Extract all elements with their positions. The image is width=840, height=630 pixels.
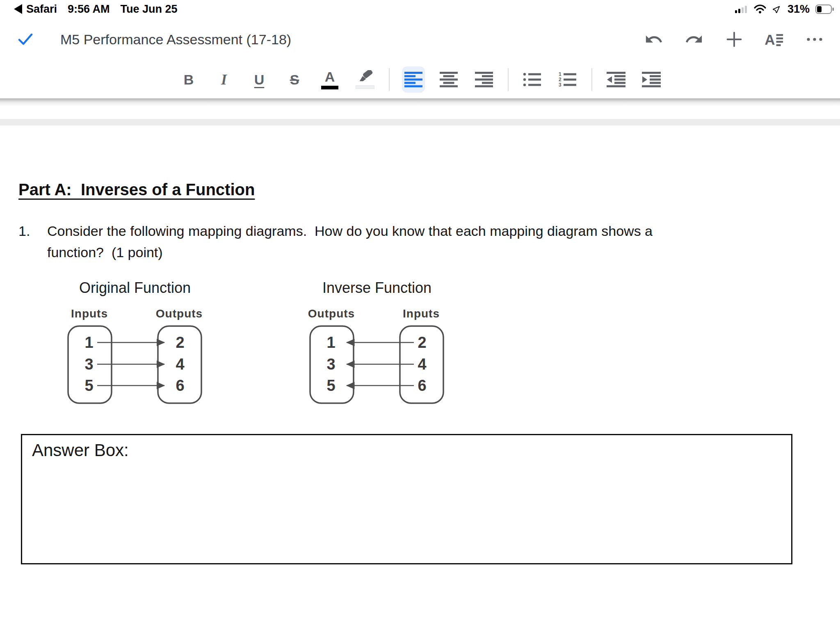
back-to-app-control[interactable]: Safari: [14, 3, 57, 16]
undo-icon: [644, 30, 663, 49]
inverse-function-diagram: Inverse Function Outputs Inputs: [309, 279, 445, 406]
align-right-icon: [475, 72, 493, 87]
svg-text:1: 1: [84, 334, 93, 351]
svg-text:2: 2: [559, 77, 562, 82]
diagram-left-label: Inputs: [71, 307, 108, 320]
more-menu-button[interactable]: [805, 30, 824, 49]
status-bar: Safari 9:56 AM Tue Jun 25: [0, 0, 840, 18]
highlighter-icon: [357, 70, 373, 84]
checkmark-icon: [18, 34, 33, 45]
strikethrough-button[interactable]: S: [283, 66, 306, 93]
strikethrough-label: S: [290, 73, 299, 87]
align-left-button[interactable]: [402, 66, 425, 93]
format-a-icon: A: [765, 30, 784, 48]
text-color-button[interactable]: A: [318, 66, 341, 93]
bulleted-list-icon: [523, 72, 542, 87]
cellular-signal-icon: [735, 5, 748, 14]
redo-icon: [685, 30, 703, 49]
diagram-left-label: Outputs: [308, 307, 355, 320]
battery-icon: [815, 5, 834, 14]
italic-label: I: [221, 72, 227, 87]
inverse-function-mapping-graphic: 1 3 5 2 4 6: [309, 324, 445, 406]
status-date: Tue Jun 25: [121, 3, 178, 16]
format-menu-button[interactable]: A: [765, 30, 784, 49]
numbered-list-button[interactable]: 1 2 3: [556, 66, 579, 93]
svg-text:5: 5: [326, 377, 335, 394]
question-text-line2: function? (1 point): [47, 242, 653, 263]
screen: Safari 9:56 AM Tue Jun 25: [0, 0, 840, 630]
question-text-line1: Consider the following mapping diagrams.…: [47, 220, 653, 242]
diagram-right-label: Inputs: [403, 307, 440, 320]
previous-page-bottom: [0, 106, 840, 119]
status-time: 9:56 AM: [68, 3, 110, 16]
svg-text:6: 6: [176, 377, 184, 394]
svg-text:4: 4: [418, 356, 426, 373]
document-title[interactable]: M5 Performance Assessment (17-18): [60, 32, 644, 48]
indent-button[interactable]: [640, 66, 663, 93]
plus-icon: [725, 30, 743, 48]
document-page[interactable]: Part A: Inverses of a Function 1. Consid…: [0, 126, 840, 630]
align-center-icon: [440, 72, 458, 87]
outdent-button[interactable]: [605, 66, 628, 93]
toolbar-divider: [508, 68, 509, 91]
highlight-color-swatch: [356, 85, 374, 89]
back-triangle-icon: [14, 4, 22, 14]
text-color-swatch: [321, 86, 338, 89]
svg-text:1: 1: [326, 334, 335, 351]
highlight-color-button[interactable]: [354, 66, 377, 93]
insert-button[interactable]: [724, 30, 744, 49]
bulleted-list-button[interactable]: [521, 66, 544, 93]
numbered-list-icon: 1 2 3: [558, 72, 577, 87]
done-button[interactable]: [18, 34, 41, 45]
mapping-diagrams: Original Function Inputs Outputs: [67, 279, 840, 406]
original-function-diagram: Original Function Inputs Outputs: [67, 279, 203, 406]
question-number: 1.: [18, 220, 47, 263]
toolbar-divider: [591, 68, 592, 91]
more-dots-icon: [806, 36, 824, 43]
svg-text:5: 5: [84, 377, 93, 394]
battery-percent-label: 31%: [788, 3, 810, 16]
italic-button[interactable]: I: [212, 66, 235, 93]
redo-button[interactable]: [684, 30, 704, 49]
indent-icon: [642, 72, 661, 87]
wifi-icon: [754, 5, 766, 14]
svg-text:3: 3: [559, 82, 562, 87]
answer-box[interactable]: Answer Box:: [21, 434, 792, 564]
bold-button[interactable]: B: [177, 66, 200, 93]
bold-label: B: [184, 73, 194, 87]
undo-button[interactable]: [644, 30, 664, 49]
underline-label: U: [254, 73, 265, 87]
page-gap: [0, 119, 840, 126]
toolbar-divider: [389, 68, 390, 91]
underline-button[interactable]: U: [248, 66, 271, 93]
question-1: 1. Consider the following mapping diagra…: [18, 220, 840, 263]
svg-text:3: 3: [326, 356, 335, 373]
svg-text:2: 2: [176, 334, 184, 351]
format-toolbar: B I U S A: [0, 61, 840, 98]
toolbar-shadow: [0, 98, 840, 106]
align-right-button[interactable]: [472, 66, 495, 93]
outdent-icon: [607, 72, 625, 87]
align-center-button[interactable]: [437, 66, 460, 93]
align-left-icon: [404, 72, 422, 87]
section-heading: Part A: Inverses of a Function: [0, 126, 255, 199]
location-services-icon: [772, 4, 782, 14]
svg-text:2: 2: [418, 334, 426, 351]
svg-text:4: 4: [176, 356, 184, 373]
svg-text:6: 6: [418, 377, 426, 394]
diagram-right-label: Outputs: [156, 307, 203, 320]
title-bar: M5 Performance Assessment (17-18): [0, 18, 840, 61]
diagram-title: Inverse Function: [322, 279, 431, 297]
svg-text:3: 3: [84, 356, 93, 373]
answer-box-label: Answer Box:: [32, 441, 129, 460]
back-app-label: Safari: [26, 3, 57, 16]
text-color-label: A: [325, 70, 335, 84]
diagram-title: Original Function: [79, 279, 191, 297]
original-function-mapping-graphic: 1 3 5 2 4 6: [67, 324, 203, 406]
svg-text:A: A: [765, 32, 775, 48]
